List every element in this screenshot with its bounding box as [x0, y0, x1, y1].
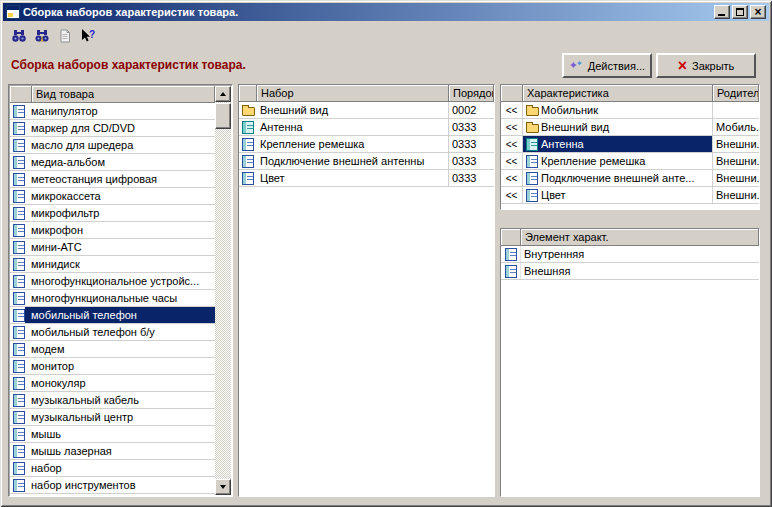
- product-type-panel: Вид товара манипулятор маркер для CD/DVD…: [8, 84, 233, 497]
- item-label: масло для шредера: [25, 137, 215, 153]
- list-item[interactable]: медиа-альбом: [10, 154, 215, 171]
- scroll-down-button[interactable]: [215, 479, 231, 495]
- parent-column-header: Родитель: [713, 85, 759, 102]
- element-table: Внутренняя Внешняя: [501, 246, 759, 496]
- list-item[interactable]: музыкальный кабель: [10, 392, 215, 409]
- set-table: Внешний вид 0002 Антенна 0333 Крепление …: [239, 102, 494, 496]
- list-item[interactable]: модем: [10, 341, 215, 358]
- binoculars-folder-icon: [34, 28, 50, 44]
- list-item[interactable]: набор: [10, 460, 215, 477]
- list-item[interactable]: минидиск: [10, 256, 215, 273]
- scroll-thumb[interactable]: [215, 103, 231, 129]
- item-label: многофункциональные часы: [25, 290, 215, 306]
- edit-button-disabled[interactable]: [54, 26, 76, 47]
- element-icon: [526, 155, 538, 168]
- app-window: Сборка наборов характеристик товара. × ?…: [0, 0, 772, 507]
- table-row[interactable]: << Крепление ремешка Внешни...: [501, 153, 759, 170]
- list-item[interactable]: микрофильтр: [10, 205, 215, 222]
- table-row[interactable]: Крепление ремешка 0333: [239, 136, 494, 153]
- item-icon: [13, 326, 25, 339]
- binoculars-icon: [11, 28, 27, 44]
- characteristic-panel-header: Характеристика Родитель: [501, 85, 759, 102]
- item-label: набор инструментов: [25, 477, 215, 493]
- characteristic-name-cell: Подключение внешней анте...: [541, 172, 697, 184]
- icon-column-header: [501, 229, 521, 246]
- parent-cell: Внешни...: [713, 136, 759, 152]
- list-item[interactable]: многофункциональные часы: [10, 290, 215, 307]
- item-icon: [13, 479, 25, 492]
- list-item[interactable]: маркер для CD/DVD: [10, 120, 215, 137]
- list-item[interactable]: набор инструментов: [10, 477, 215, 494]
- maximize-button[interactable]: [732, 5, 748, 19]
- icon-column-header: [10, 86, 32, 103]
- characteristic-table: << Мобильник << Внешний вид Мобиль... <<…: [501, 102, 759, 209]
- characteristic-name-cell: Крепление ремешка: [541, 155, 648, 167]
- table-row[interactable]: Цвет 0333: [239, 170, 494, 187]
- list-item[interactable]: монокуляр: [10, 375, 215, 392]
- item-label: музыкальный центр: [25, 409, 215, 425]
- table-row[interactable]: << Цвет Внешни...: [501, 187, 759, 204]
- context-help-button[interactable]: ?: [77, 26, 99, 47]
- item-icon: [13, 309, 25, 322]
- item-icon: [13, 258, 25, 271]
- app-icon: [6, 5, 20, 19]
- item-label: мобильный телефон: [25, 307, 215, 323]
- list-item[interactable]: мышь лазерная: [10, 443, 215, 460]
- item-label: модем: [25, 341, 215, 357]
- left-panel-header: Вид товара: [10, 86, 215, 103]
- list-item[interactable]: мобильный телефон б/у: [10, 324, 215, 341]
- item-icon: [13, 343, 25, 356]
- characteristic-name-cell: Цвет: [541, 189, 569, 201]
- list-item[interactable]: масло для шредера: [10, 137, 215, 154]
- parent-cell: Внешни...: [713, 170, 759, 186]
- list-item[interactable]: микрофон: [10, 222, 215, 239]
- table-row[interactable]: << Мобильник: [501, 102, 759, 119]
- window-title: Сборка наборов характеристик товара.: [23, 6, 714, 18]
- close-form-label: Закрыть: [692, 60, 734, 72]
- product-type-list: манипулятор маркер для CD/DVD масло для …: [10, 103, 215, 495]
- list-item[interactable]: мини-АТС: [10, 239, 215, 256]
- icon-column-header: [239, 85, 257, 102]
- set-name-cell: Цвет: [257, 170, 449, 186]
- scroll-up-button[interactable]: [215, 86, 231, 102]
- order-cell: 0333: [449, 170, 494, 186]
- list-item[interactable]: манипулятор: [10, 103, 215, 120]
- marker-column-header: [501, 85, 523, 102]
- list-item[interactable]: многофункциональное устройс...: [10, 273, 215, 290]
- list-item[interactable]: мышь: [10, 426, 215, 443]
- list-item[interactable]: монитор: [10, 358, 215, 375]
- item-label: монитор: [25, 358, 215, 374]
- item-icon: [13, 224, 25, 237]
- item-label: микрофон: [25, 222, 215, 238]
- table-row[interactable]: Внутренняя: [501, 246, 759, 263]
- element-icon: [526, 189, 538, 202]
- actions-button[interactable]: ✦✦ Действия...: [562, 53, 652, 78]
- table-row-selected[interactable]: << Антенна Внешни...: [501, 136, 759, 153]
- order-cell: 0333: [449, 119, 494, 135]
- item-label: мышь лазерная: [25, 443, 215, 459]
- close-form-button[interactable]: × Закрыть: [656, 53, 756, 78]
- list-item-selected[interactable]: мобильный телефон: [10, 307, 215, 324]
- arrow-down-icon: [220, 485, 226, 489]
- set-name-cell: Крепление ремешка: [257, 136, 449, 152]
- close-window-button[interactable]: ×: [750, 5, 766, 19]
- folder-icon: [526, 124, 539, 133]
- item-icon: [13, 445, 25, 458]
- table-row[interactable]: Антенна 0333: [239, 119, 494, 136]
- list-item[interactable]: музыкальный центр: [10, 409, 215, 426]
- parent-cell: Внешни...: [713, 153, 759, 169]
- list-item[interactable]: микрокассета: [10, 188, 215, 205]
- minimize-button[interactable]: [714, 5, 730, 19]
- arrow-up-icon: [220, 92, 226, 96]
- table-row[interactable]: Внешний вид 0002: [239, 102, 494, 119]
- list-item[interactable]: метеостанция цифровая: [10, 171, 215, 188]
- table-row[interactable]: << Подключение внешней анте... Внешни...: [501, 170, 759, 187]
- titlebar[interactable]: Сборка наборов характеристик товара. ×: [3, 3, 769, 21]
- vertical-scrollbar[interactable]: [215, 86, 231, 495]
- table-row[interactable]: Подключение внешней антенны 0333: [239, 153, 494, 170]
- item-label: медиа-альбом: [25, 154, 215, 170]
- table-row[interactable]: Внешняя: [501, 263, 759, 280]
- find-button[interactable]: [8, 26, 30, 47]
- table-row[interactable]: << Внешний вид Мобиль...: [501, 119, 759, 136]
- find-in-folder-button[interactable]: [31, 26, 53, 47]
